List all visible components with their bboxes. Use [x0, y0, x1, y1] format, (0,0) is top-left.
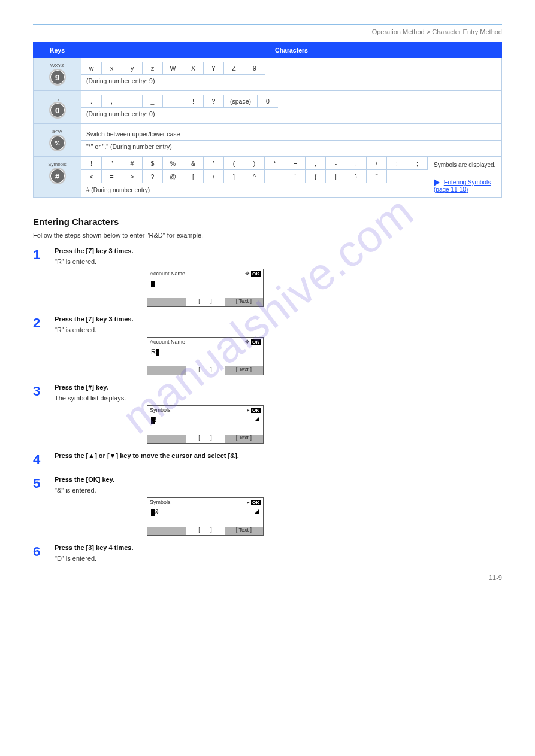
char: % [163, 157, 183, 170]
char: / [367, 157, 387, 170]
char: z [143, 62, 163, 75]
char: < [81, 170, 102, 183]
note: "*" or "." (During number entry) [81, 141, 501, 153]
char: \ [204, 170, 224, 183]
section-title: Entering Characters [33, 217, 502, 227]
step-title: Press the [7] key 3 times. [55, 315, 502, 323]
char: ) [244, 157, 265, 170]
char: - [122, 95, 143, 108]
char: @ [163, 170, 183, 183]
key-circle: 0 [49, 102, 66, 119]
char: : [387, 157, 407, 170]
step-sub: "R" is entered. [55, 326, 502, 333]
step: 2 Press the [7] key 3 times. "R" is ente… [33, 315, 502, 333]
lcd-title: Symbols [150, 407, 171, 413]
step-number: 1 [33, 247, 55, 263]
note: (During number entry: 0) [81, 108, 501, 120]
char: # [122, 157, 143, 170]
symbols-side: Symbols are displayed. Entering Symbols … [430, 157, 501, 197]
step-title: Press the [#] key. [55, 384, 502, 391]
breadcrumb: Operation Method > Character Entry Metho… [33, 28, 502, 35]
cursor-icon [156, 349, 159, 356]
char: * [265, 157, 285, 170]
nav-arrows-icon: ✥ [245, 271, 249, 277]
char: (space) [224, 95, 258, 108]
step: 1 Press the [7] key 3 times. "R" is ente… [33, 247, 502, 265]
char: y [122, 62, 143, 75]
char: [ [183, 170, 204, 183]
note: (During number entry: 9) [81, 75, 501, 87]
step-sub: "R" is entered. [55, 258, 502, 265]
char: ( [224, 157, 244, 170]
header-rule [33, 24, 502, 25]
char: ; [407, 157, 428, 170]
key-label: . , [36, 96, 78, 101]
char: X [183, 62, 204, 75]
scroll-indicator-icon [255, 417, 259, 421]
char: 9 [244, 62, 265, 75]
char: . [81, 95, 102, 108]
col-keys: Keys [34, 43, 81, 58]
char: W [163, 62, 183, 75]
key-9-chars: w x y z W X Y Z 9 (During number entry: … [81, 58, 502, 91]
arrow-icon [434, 179, 440, 186]
lcd-screen: Symbols ▸ OK & [ ] [ Text ] [147, 497, 264, 536]
key-circle: 9 [49, 69, 66, 86]
step-sub: "D" is entered. [55, 555, 502, 562]
key-hash: Symbols # [34, 157, 81, 198]
section-desc: Follow the steps shown below to enter "R… [33, 232, 502, 239]
key-0: . , 0 [34, 91, 81, 124]
char: ' [163, 95, 183, 108]
key-star-chars: Switch between upper/lower case "*" or "… [81, 124, 502, 157]
ok-icon: OK [251, 500, 261, 505]
key-label: Symbols [36, 162, 78, 167]
step-title: Press the [▲] or [▼] key to move the cur… [55, 452, 502, 459]
step-sub: "&" is entered. [55, 487, 502, 494]
lcd-text: R [151, 348, 156, 355]
note: Switch between upper/lower case [81, 128, 501, 141]
lcd-screen: Symbols ▸ OK ! [ ] [ Text ] [147, 405, 264, 444]
char: } [346, 170, 367, 183]
key-star: a⇔A *⁄. [34, 124, 81, 157]
step-number: 2 [33, 315, 55, 331]
side-text: Symbols are displayed. [434, 162, 498, 168]
char: ] [224, 170, 244, 183]
char: > [122, 170, 143, 183]
key-label: WXYZ [36, 63, 78, 68]
ok-icon: OK [251, 339, 261, 345]
char: 0 [258, 95, 278, 108]
lcd-screen: Account Name ✥ OK R [ ] [ Text ] [147, 337, 264, 375]
char: ` [285, 170, 306, 183]
lcd-title: Account Name [150, 271, 185, 277]
char: ? [143, 170, 163, 183]
char: = [102, 170, 122, 183]
char: + [285, 157, 306, 170]
nav-arrows-icon: ✥ [245, 339, 249, 345]
char: _ [143, 95, 163, 108]
step-title: Press the [3] key 4 times. [55, 544, 502, 551]
col-chars: Characters [81, 43, 502, 58]
char: w [81, 62, 102, 75]
key-circle: # [49, 168, 66, 184]
step-number: 6 [33, 544, 55, 560]
cross-ref-link[interactable]: Entering Symbols (page 11-10) [434, 179, 491, 193]
step-title: Press the [7] key 3 times. [55, 247, 502, 254]
char-table: Keys Characters WXYZ 9 w x y z W [33, 42, 502, 198]
char: x [102, 62, 122, 75]
step-title: Press the [OK] key. [55, 476, 502, 483]
key-hash-chars: ! " # $ % & ' ( ) * + , [81, 157, 502, 198]
char: $ [143, 157, 163, 170]
char: ^ [244, 170, 265, 183]
char: Z [224, 62, 244, 75]
lcd-screen: Account Name ✥ OK [ ] [ Text ] [147, 269, 264, 307]
char: , [306, 157, 326, 170]
step: 3 Press the [#] key. The symbol list dis… [33, 384, 502, 402]
key-circle: *⁄. [49, 135, 66, 151]
char: - [326, 157, 346, 170]
char: & [183, 157, 204, 170]
step: 5 Press the [OK] key. "&" is entered. [33, 476, 502, 494]
key-9: WXYZ 9 [34, 58, 81, 91]
char: ? [204, 95, 224, 108]
nav-arrows-icon: ▸ [247, 499, 249, 505]
char: ' [204, 157, 224, 170]
